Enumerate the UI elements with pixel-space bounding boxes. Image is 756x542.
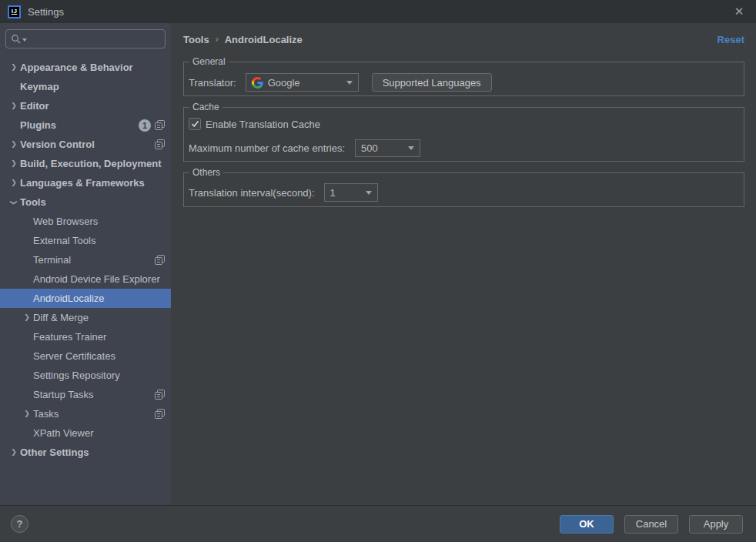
sidebar-item-terminal[interactable]: Terminal [0, 250, 171, 269]
supported-languages-button[interactable]: Supported Languages [372, 73, 492, 92]
sidebar-item-settings-repository[interactable]: Settings Repository [0, 366, 171, 385]
sidebar-item-external-tools[interactable]: External Tools [0, 231, 171, 250]
sidebar-item-label: Tasks [33, 408, 59, 420]
sidebar-item-keymap[interactable]: Keymap [0, 77, 171, 96]
chevron-right-icon[interactable]: ❯ [8, 96, 20, 115]
sidebar-item-label: XPath Viewer [33, 427, 94, 439]
sidebar-item-label: Languages & Frameworks [20, 177, 145, 189]
sidebar-item-features-trainer[interactable]: Features Trainer [0, 327, 171, 346]
breadcrumb-tools[interactable]: Tools [183, 34, 209, 45]
google-logo-icon [252, 77, 263, 89]
sidebar-item-appearance-behavior[interactable]: ❯Appearance & Behavior [0, 58, 171, 77]
settings-dialog: IJ Settings ✕ ❯Appearance & BehaviorKeym… [0, 0, 756, 542]
sidebar-item-web-browsers[interactable]: Web Browsers [0, 212, 171, 231]
chevron-down-icon [408, 146, 414, 150]
shared-settings-icon [155, 390, 165, 400]
chevron-down-icon [346, 81, 353, 85]
dialog-footer: ? OK Cancel Apply [0, 505, 756, 542]
sidebar-item-xpath-viewer[interactable]: XPath Viewer [0, 423, 171, 443]
sidebar-item-label: Web Browsers [33, 216, 98, 227]
sidebar-item-label: Other Settings [20, 447, 89, 458]
sidebar-item-label: Android Device File Explorer [33, 273, 160, 285]
translator-label: Translator: [189, 77, 236, 89]
window-title: Settings [28, 6, 64, 18]
translator-select[interactable]: Google [246, 73, 359, 92]
sidebar-item-languages-frameworks[interactable]: ❯Languages & Frameworks [0, 173, 171, 192]
group-others: Others Translation interval(second): 1 [183, 172, 744, 207]
max-entries-label: Maximum number of cache entries: [189, 142, 345, 154]
shared-settings-icon [155, 409, 165, 419]
chevron-right-icon[interactable]: ❯ [8, 58, 20, 77]
question-mark-icon: ? [17, 518, 23, 530]
titlebar: IJ Settings ✕ [0, 0, 756, 23]
sidebar-item-diff-merge[interactable]: ❯Diff & Merge [0, 308, 171, 327]
group-cache-legend: Cache [189, 102, 222, 113]
chevron-right-icon[interactable]: ❯ [8, 135, 20, 154]
enable-cache-label: Enable Translation Cache [206, 119, 320, 130]
shared-settings-icon [155, 120, 165, 130]
sidebar-item-label: Diff & Merge [33, 312, 89, 323]
sidebar-item-label: AndroidLocalize [33, 293, 105, 304]
sidebar-item-label: Terminal [33, 254, 71, 266]
search-input[interactable] [5, 29, 166, 49]
search-history-chevron-icon [22, 38, 27, 42]
settings-sidebar: ❯Appearance & BehaviorKeymap❯EditorPlugi… [0, 23, 171, 505]
close-button[interactable]: ✕ [722, 0, 756, 23]
sidebar-item-label: Features Trainer [33, 331, 106, 343]
chevron-down-icon[interactable]: ❯ [8, 196, 20, 209]
breadcrumb: Tools › AndroidLocalize Reset [183, 28, 744, 51]
sidebar-item-version-control[interactable]: ❯Version Control [0, 135, 171, 154]
update-count-badge: 1 [139, 119, 151, 132]
ok-button[interactable]: OK [560, 515, 614, 534]
chevron-right-icon[interactable]: ❯ [8, 443, 20, 462]
chevron-right-icon[interactable]: ❯ [21, 308, 33, 327]
settings-content: Tools › AndroidLocalize Reset General Tr… [171, 23, 756, 505]
sidebar-item-startup-tasks[interactable]: Startup Tasks [0, 385, 171, 404]
sidebar-item-plugins[interactable]: Plugins1 [0, 115, 171, 135]
sidebar-item-label: External Tools [33, 235, 95, 246]
group-general-legend: General [189, 56, 229, 68]
group-others-legend: Others [189, 167, 223, 179]
help-button[interactable]: ? [11, 515, 28, 533]
shared-settings-icon [155, 139, 165, 149]
apply-button[interactable]: Apply [689, 515, 743, 534]
sidebar-item-label: Appearance & Behavior [20, 62, 133, 73]
interval-select[interactable]: 1 [324, 183, 378, 202]
intellij-logo-icon: IJ [8, 5, 21, 18]
sidebar-item-label: Startup Tasks [33, 389, 94, 400]
sidebar-item-label: Build, Execution, Deployment [20, 158, 161, 169]
interval-label: Translation interval(second): [189, 187, 315, 199]
search-icon [11, 34, 21, 44]
sidebar-item-android-device-file-explorer[interactable]: Android Device File Explorer [0, 269, 171, 289]
cancel-button[interactable]: Cancel [624, 515, 678, 534]
shared-settings-icon [155, 255, 165, 265]
breadcrumb-separator: › [216, 34, 219, 45]
sidebar-item-label: Tools [20, 196, 46, 208]
reset-link[interactable]: Reset [718, 34, 744, 45]
sidebar-item-other-settings[interactable]: ❯Other Settings [0, 443, 171, 462]
enable-cache-checkbox[interactable] [189, 118, 201, 130]
sidebar-item-editor[interactable]: ❯Editor [0, 96, 171, 115]
group-cache: Cache Enable Translation Cache Maximum n… [183, 107, 744, 162]
chevron-right-icon[interactable]: ❯ [8, 154, 20, 173]
interval-value: 1 [330, 187, 336, 199]
sidebar-item-tools[interactable]: ❯Tools [0, 192, 171, 212]
sidebar-item-label: Editor [20, 100, 49, 112]
sidebar-item-androidlocalize[interactable]: AndroidLocalize [0, 289, 171, 308]
chevron-down-icon [366, 191, 372, 195]
sidebar-item-label: Version Control [20, 139, 95, 150]
sidebar-item-label: Settings Repository [33, 370, 120, 381]
breadcrumb-androidlocalize: AndroidLocalize [225, 34, 303, 45]
translator-value: Google [268, 77, 300, 89]
sidebar-item-tasks[interactable]: ❯Tasks [0, 404, 171, 423]
close-icon: ✕ [734, 5, 744, 18]
sidebar-item-server-certificates[interactable]: Server Certificates [0, 346, 171, 366]
sidebar-item-build-execution-deployment[interactable]: ❯Build, Execution, Deployment [0, 154, 171, 173]
chevron-right-icon[interactable]: ❯ [21, 404, 33, 423]
checkmark-icon [191, 120, 199, 128]
sidebar-item-label: Keymap [20, 81, 59, 92]
settings-tree: ❯Appearance & BehaviorKeymap❯EditorPlugi… [0, 53, 171, 505]
max-entries-select[interactable]: 500 [355, 139, 420, 157]
chevron-right-icon[interactable]: ❯ [8, 173, 20, 192]
group-general: General Translator: Google Supported L [183, 62, 744, 96]
